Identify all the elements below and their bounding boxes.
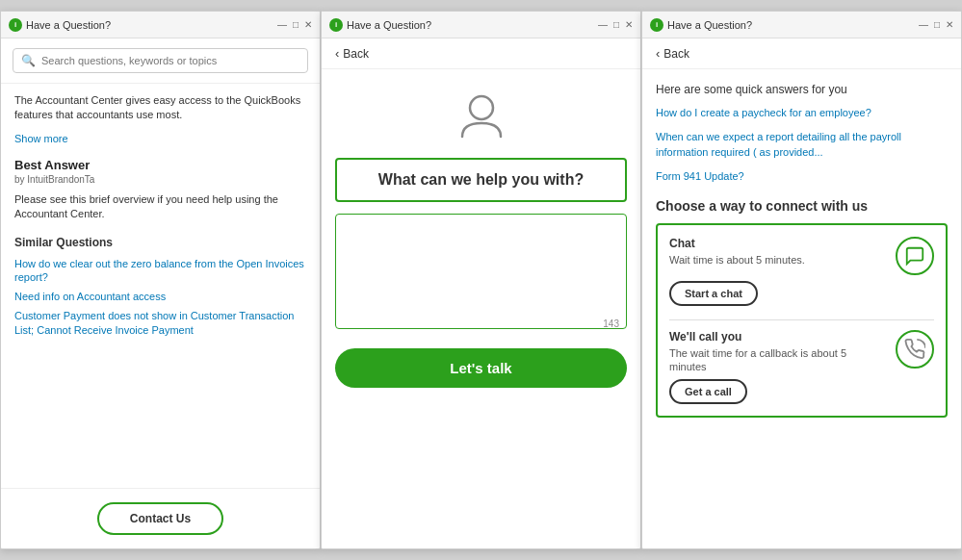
close-btn-2[interactable]: ✕ (625, 19, 633, 30)
get-call-button[interactable]: Get a call (669, 379, 747, 404)
chat-icon-circle (896, 237, 934, 275)
message-wrap: 143 (335, 214, 627, 333)
help-question: What can we help you with? (335, 158, 627, 202)
back-bar-3[interactable]: ‹ Back (642, 38, 961, 69)
panel1-title: Have a Question? (26, 19, 111, 31)
minimize-btn-3[interactable]: — (919, 19, 928, 30)
title-bar-left-2: i Have a Question? (329, 18, 431, 32)
title-bar-3: i Have a Question? — □ ✕ (642, 12, 961, 38)
connect-divider (669, 319, 934, 320)
panel-2: i Have a Question? — □ ✕ ‹ Back What can… (321, 11, 641, 549)
close-btn-3[interactable]: ✕ (946, 19, 953, 30)
similar-link-3[interactable]: Customer Payment does not show in Custom… (14, 309, 306, 337)
connect-box: Chat Wait time is about 5 minutes. Start… (656, 223, 948, 419)
chat-bubble-icon (904, 245, 925, 267)
connect-title: Choose a way to connect with us (656, 198, 948, 214)
panel2-main: What can we help you with? 143 Let's tal… (322, 69, 640, 548)
callback-title: We'll call you (669, 330, 886, 344)
avatar-icon (455, 89, 508, 142)
similar-link-2[interactable]: Need info on Accountant access (14, 290, 306, 303)
similar-questions-title: Similar Questions (14, 236, 306, 249)
quick-answers-title: Here are some quick answers for you (656, 83, 948, 96)
close-btn[interactable]: ✕ (304, 19, 312, 30)
best-answer-by: by IntuitBrandonTa (14, 174, 306, 185)
callback-header: We'll call you The wait time for a callb… (669, 330, 934, 374)
start-chat-button[interactable]: Start a chat (669, 281, 758, 306)
svg-point-0 (470, 96, 493, 119)
title-bar-left-3: i Have a Question? (650, 18, 752, 32)
panel1-main: The Accountant Center gives easy access … (1, 84, 320, 488)
back-arrow-3: ‹ (656, 46, 660, 61)
phone-icon-circle (896, 330, 934, 369)
quick-link-1[interactable]: How do I create a paycheck for an employ… (656, 106, 948, 120)
contact-us-button[interactable]: Contact Us (97, 502, 223, 535)
window-controls-2: — □ ✕ (598, 19, 633, 30)
similar-link-1[interactable]: How do we clear out the zero balance fro… (14, 257, 306, 285)
minimize-btn-2[interactable]: — (598, 19, 608, 30)
maximize-btn[interactable]: □ (293, 19, 299, 30)
callback-option: We'll call you The wait time for a callb… (669, 330, 934, 405)
back-label-2: Back (343, 47, 369, 61)
back-bar-2[interactable]: ‹ Back (322, 38, 640, 69)
search-wrap: 🔍 (13, 48, 308, 73)
panel-3: i Have a Question? — □ ✕ ‹ Back Here are… (641, 11, 962, 549)
panel3-main: Here are some quick answers for you How … (642, 69, 961, 548)
title-bar-2: i Have a Question? — □ ✕ (322, 12, 640, 38)
chat-info: Chat Wait time is about 5 minutes. (669, 237, 886, 267)
callback-info: We'll call you The wait time for a callb… (669, 330, 886, 374)
back-label-3: Back (663, 47, 689, 61)
accountant-description: The Accountant Center gives easy access … (14, 93, 306, 123)
callback-desc: The wait time for a callback is about 5 … (669, 346, 886, 374)
best-answer-text: Please see this brief overview if you ne… (14, 192, 306, 222)
chat-title: Chat (669, 237, 886, 250)
message-textarea[interactable] (335, 214, 627, 329)
panel2-title: Have a Question? (347, 19, 431, 31)
chat-header: Chat Wait time is about 5 minutes. (669, 237, 934, 275)
search-box: 🔍 (1, 38, 320, 84)
quick-link-3[interactable]: Form 941 Update? (656, 169, 948, 184)
back-arrow-2: ‹ (335, 46, 339, 61)
chat-option: Chat Wait time is about 5 minutes. Start… (669, 237, 934, 306)
search-icon: 🔍 (21, 54, 36, 67)
panel1-footer: Contact Us (1, 488, 320, 548)
chat-desc: Wait time is about 5 minutes. (669, 253, 886, 267)
panel3-title: Have a Question? (667, 19, 752, 31)
char-count: 143 (603, 318, 619, 329)
best-answer-title: Best Answer (14, 158, 306, 172)
minimize-btn[interactable]: — (277, 19, 287, 30)
window-controls-3: — □ ✕ (919, 19, 953, 30)
lets-talk-button[interactable]: Let's talk (335, 348, 627, 388)
maximize-btn-2[interactable]: □ (613, 19, 619, 30)
panel-1: i Have a Question? — □ ✕ 🔍 The Accountan… (0, 11, 321, 549)
show-more-link[interactable]: Show more (14, 133, 306, 144)
intuit-icon: i (9, 18, 22, 32)
quick-link-2[interactable]: When can we expect a report detailing al… (656, 130, 948, 160)
maximize-btn-3[interactable]: □ (934, 19, 940, 30)
phone-icon (904, 339, 925, 360)
search-input[interactable] (41, 55, 299, 66)
title-bar-1: i Have a Question? — □ ✕ (1, 12, 320, 38)
intuit-icon-2: i (329, 18, 343, 32)
title-bar-left-1: i Have a Question? (9, 18, 111, 32)
window-controls-1: — □ ✕ (277, 19, 312, 30)
intuit-icon-3: i (650, 18, 663, 32)
